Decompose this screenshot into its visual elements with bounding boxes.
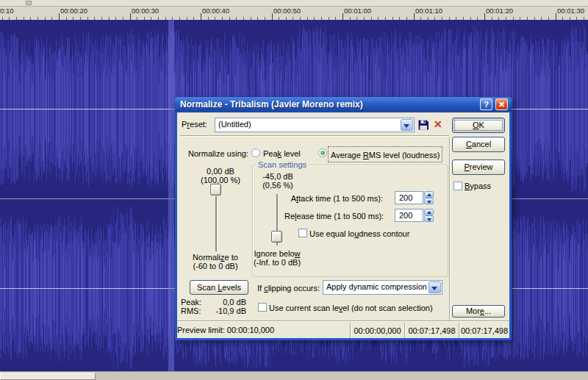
save-preset-icon[interactable]	[417, 119, 429, 131]
ruler-minor-tick	[101, 17, 102, 20]
horizontal-scrollbar[interactable]	[0, 371, 588, 380]
ruler-minor-tick	[541, 17, 542, 20]
ruler-minor-tick	[350, 17, 351, 20]
ruler-minor-tick	[66, 17, 67, 20]
ruler-minor-tick	[243, 17, 244, 20]
dialog-title: Normalize - Tribalism (Javier Moreno rem…	[180, 99, 363, 110]
ruler-minor-tick	[506, 17, 506, 20]
overview-bar[interactable]	[0, 0, 588, 7]
ruler-marker-notch[interactable]	[26, 1, 32, 5]
ruler-minor-tick	[428, 17, 429, 20]
scan-threshold-db: -45,0 dB	[255, 172, 301, 181]
ruler-minor-tick	[307, 17, 308, 20]
ruler-minor-tick	[314, 17, 315, 20]
ruler-minor-tick	[300, 17, 301, 20]
ruler-minor-tick	[87, 17, 88, 20]
rms-level-label[interactable]: Average RMS level (loudness)	[331, 151, 440, 159]
bypass-label[interactable]: Bypass	[465, 182, 491, 190]
release-time-input[interactable]: 200	[395, 209, 423, 222]
normalize-amount-db: 0,00 dB	[198, 167, 243, 176]
ruler-time-label: 00:00:50	[273, 7, 301, 15]
normalize-dialog: Normalize - Tribalism (Javier Moreno rem…	[175, 97, 512, 340]
clipping-dropdown-arrow-icon[interactable]	[429, 282, 441, 293]
delete-preset-icon[interactable]: ✕	[434, 119, 442, 129]
ruler-time-label: 00:01:20	[486, 7, 513, 15]
timeline-ruler[interactable]: 0:1000:00:2000:00:3000:00:4000:00:5000:0…	[0, 0, 588, 20]
preset-label: Preset:	[182, 120, 207, 129]
ruler-minor-tick	[123, 17, 123, 20]
attack-time-spinner[interactable]	[424, 191, 434, 204]
release-time-label: Release time (1 to 500 ms):	[284, 212, 383, 221]
ruler-minor-tick	[329, 17, 329, 20]
preset-dropdown-arrow-icon[interactable]	[401, 119, 413, 131]
ruler-minor-tick	[165, 17, 166, 20]
dialog-titlebar[interactable]: Normalize - Tribalism (Javier Moreno rem…	[175, 97, 512, 112]
release-time-spinner[interactable]	[424, 209, 434, 222]
ruler-minor-tick	[208, 17, 209, 20]
peak-level-radio[interactable]	[251, 148, 260, 157]
ruler-major-tick	[272, 13, 273, 20]
ruler-minor-tick	[257, 17, 258, 20]
preset-dropdown[interactable]: (Untitled)	[215, 118, 415, 132]
ruler-minor-tick	[251, 17, 251, 20]
ok-button[interactable]: OK	[452, 118, 505, 133]
spin-down-icon[interactable]	[424, 215, 434, 222]
ruler-minor-tick	[236, 17, 237, 20]
rms-level-radio[interactable]	[318, 148, 327, 157]
preset-value: (Untitled)	[218, 120, 251, 129]
scan-threshold-value: -45,0 dB (0,56 %)	[255, 172, 301, 190]
ruler-major-tick	[130, 13, 131, 20]
ignore-below-slider-thumb[interactable]	[271, 231, 282, 243]
bypass-checkbox[interactable]	[453, 182, 462, 190]
help-icon[interactable]: ?	[480, 98, 492, 110]
ruler-minor-tick	[109, 17, 110, 20]
rms-reading-value: -10,9 dB	[207, 306, 246, 315]
more-button[interactable]: More...	[452, 305, 505, 318]
ruler-time-label: 00:00:40	[202, 7, 229, 15]
ruler-minor-tick	[356, 17, 357, 20]
ruler-time-label: 00:00:30	[132, 7, 159, 15]
ruler-minor-tick	[584, 17, 584, 20]
separator	[449, 137, 451, 320]
normalize-slider-track[interactable]	[215, 196, 218, 251]
ruler-minor-tick	[94, 17, 95, 20]
scan-settings-title: Scan settings	[256, 160, 309, 169]
ruler-minor-tick	[576, 17, 577, 20]
spin-up-icon[interactable]	[424, 209, 434, 215]
ruler-minor-tick	[399, 17, 400, 20]
rms-level-focus[interactable]: Average RMS level (loudness)	[328, 146, 442, 162]
audio-editor-window: 0:1000:00:2000:00:3000:00:4000:00:5000:0…	[0, 0, 588, 380]
preview-button[interactable]: Preview	[452, 159, 505, 175]
current-scan-checkbox[interactable]	[258, 303, 267, 312]
attack-time-input[interactable]: 200	[395, 191, 423, 204]
close-icon[interactable]: ✕	[495, 98, 508, 110]
scrollbar-thumb[interactable]	[0, 373, 96, 380]
ruler-major-tick	[343, 13, 343, 20]
ruler-minor-tick	[80, 17, 81, 20]
ruler-minor-tick	[16, 17, 17, 20]
clipping-dropdown[interactable]: Apply dynamic compression	[323, 280, 442, 295]
ignore-below-caption: Ignore below (-Inf. to 0 dB)	[245, 249, 309, 267]
equal-loudness-label[interactable]: Use equal loudness contour	[309, 229, 409, 238]
ruler-major-tick	[201, 13, 201, 20]
spin-up-icon[interactable]	[424, 191, 434, 198]
ruler-minor-tick	[151, 17, 151, 20]
normalize-slider-thumb[interactable]	[210, 184, 221, 196]
ruler-minor-tick	[420, 17, 421, 20]
equal-loudness-checkbox[interactable]	[298, 229, 307, 237]
cancel-button[interactable]: Cancel	[452, 137, 505, 152]
scan-threshold-pct: (0,56 %)	[255, 181, 301, 190]
scan-levels-button[interactable]: Scan Levels	[190, 280, 248, 295]
ruler-minor-tick	[279, 17, 279, 20]
normalize-amount-value: 0,00 dB (100,00 %)	[198, 167, 243, 184]
current-scan-label[interactable]: Use current scan level (do not scan sele…	[269, 304, 433, 312]
time-cell-end: 00:07:17,498	[404, 323, 459, 338]
clipping-label: If clipping occurs:	[257, 284, 320, 293]
ignore-below-line2: (-Inf. to 0 dB)	[245, 258, 309, 267]
peak-level-label[interactable]: Peak level	[263, 149, 301, 158]
ruler-minor-tick	[222, 17, 223, 20]
ruler-minor-tick	[293, 17, 293, 20]
time-cell-start: 00:00:00,000	[350, 323, 404, 338]
ruler-minor-tick	[378, 17, 379, 20]
spin-down-icon[interactable]	[424, 198, 434, 204]
